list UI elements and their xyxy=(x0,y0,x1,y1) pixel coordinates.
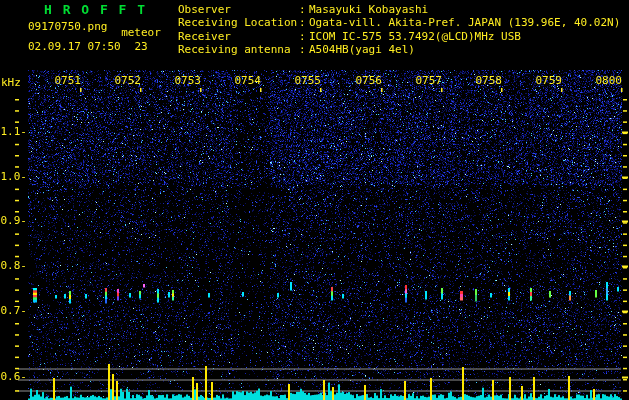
observer-row-label: Receiver xyxy=(178,30,299,43)
time-tick-label: 0751 xyxy=(52,74,81,87)
freq-axis-unit-label: kHz xyxy=(1,76,21,89)
freq-tick-label: 1.0- xyxy=(0,170,27,183)
observer-row-separator: : xyxy=(299,43,309,56)
freq-tick-label: 0.6- xyxy=(0,370,27,383)
observer-row-value: A504HB(yagi 4el) xyxy=(309,43,415,56)
observer-row-label: Observer xyxy=(178,3,299,16)
observer-info-block: Observer:Masayuki KobayashiReceiving Loc… xyxy=(178,3,620,57)
freq-tick-label: 0.7- xyxy=(0,304,27,317)
time-tick-label: 0756 xyxy=(353,74,382,87)
observer-row-value: ICOM IC-575 53.7492(@LCD)MHz USB xyxy=(309,30,521,43)
observer-row-separator: : xyxy=(299,30,309,43)
hrofft-window: H R O F F T 09170750.png meteor 02.09.17… xyxy=(0,0,629,400)
observer-row: Receiver:ICOM IC-575 53.7492(@LCD)MHz US… xyxy=(178,30,620,43)
freq-tick-label: 0.8- xyxy=(0,259,27,272)
observer-row-label: Receiving antenna xyxy=(178,43,299,56)
observer-row: Receiving antenna:A504HB(yagi 4el) xyxy=(178,43,620,56)
time-tick-label: 0754 xyxy=(232,74,261,87)
observer-row-value: Ogata-vill. Akita-Pref. JAPAN (139.96E, … xyxy=(309,16,620,29)
observer-row-value: Masayuki Kobayashi xyxy=(309,3,428,16)
app-title: H R O F F T xyxy=(44,2,147,17)
observer-row: Observer:Masayuki Kobayashi xyxy=(178,3,620,16)
output-filename: 09170750.png xyxy=(28,20,107,33)
time-tick-label: 0755 xyxy=(292,74,321,87)
observer-row-separator: : xyxy=(299,16,309,29)
echo-count: 23 xyxy=(121,40,161,53)
time-tick-label: 0759 xyxy=(533,74,562,87)
spectrogram-canvas xyxy=(0,0,629,400)
observer-row-separator: : xyxy=(299,3,309,16)
freq-tick-label: 1.1- xyxy=(0,125,27,138)
time-tick-label: 0752 xyxy=(112,74,141,87)
time-tick-label: 0800 xyxy=(593,74,622,87)
time-tick-label: 0757 xyxy=(413,74,442,87)
time-tick-label: 0753 xyxy=(172,74,201,87)
mode-label: meteor xyxy=(121,26,161,39)
freq-tick-label: 0.9- xyxy=(0,214,27,227)
observation-datetime: 02.09.17 07:50 xyxy=(28,40,121,53)
observer-row: Receiving Location:Ogata-vill. Akita-Pre… xyxy=(178,16,620,29)
observer-row-label: Receiving Location xyxy=(178,16,299,29)
time-tick-label: 0758 xyxy=(473,74,502,87)
